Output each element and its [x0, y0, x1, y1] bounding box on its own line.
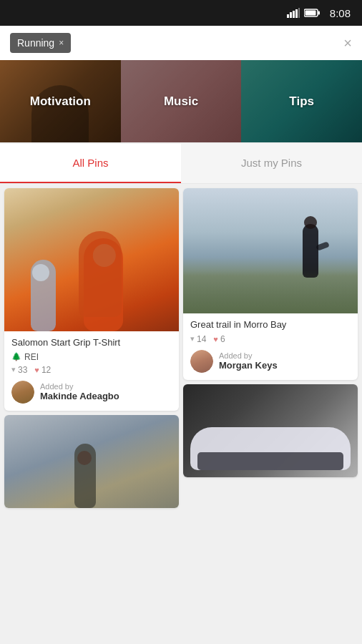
category-motivation[interactable]: Motivation: [0, 60, 121, 142]
source-name-1: REI: [24, 352, 39, 362]
heart-count-value-1: 12: [41, 365, 51, 375]
author-name-1: Makinde Adeagbo: [40, 391, 119, 401]
tab-all-pins-label: All Pins: [72, 157, 108, 169]
pin-author-1: Added by Makinde Adeagbo: [11, 381, 172, 404]
pin-card-2[interactable]: Great trail in Morro Bay ▾ 14 ♥ 6: [183, 188, 358, 380]
svg-rect-2: [293, 11, 295, 18]
pin-title-2: Great trail in Morro Bay: [190, 319, 351, 331]
svg-rect-4: [298, 8, 300, 18]
pin-image-bike-close: [183, 384, 358, 477]
left-pin-column: Salomon Start Grip T-Shirt 🌲 REI ▾ 33 ♥ …: [4, 188, 179, 508]
pin-image-trail-runner: [183, 188, 358, 313]
heart-icon-1: ♥: [34, 366, 39, 374]
source-tree-icon: 🌲: [11, 352, 21, 361]
category-music[interactable]: Music: [121, 60, 242, 142]
added-by-label-2: Added by: [219, 351, 278, 360]
category-tips-label: Tips: [289, 94, 314, 109]
pin-author-2: Added by Morgan Keys: [190, 350, 351, 373]
battery-icon: [304, 9, 320, 17]
status-bar: 8:08: [0, 0, 362, 26]
signal-icon: [287, 8, 300, 18]
category-motivation-label: Motivation: [30, 94, 91, 109]
category-motivation-overlay: Motivation: [0, 60, 121, 142]
pin-card-4[interactable]: [183, 384, 358, 477]
category-row: Motivation Music Tips: [0, 60, 362, 142]
svg-rect-3: [295, 9, 298, 18]
tag-close-icon[interactable]: ×: [59, 38, 64, 48]
heart-count-value-2: 6: [220, 334, 225, 344]
pin-card-1[interactable]: Salomon Start Grip T-Shirt 🌲 REI ▾ 33 ♥ …: [4, 188, 179, 411]
pin-title-1: Salomon Start Grip T-Shirt: [11, 337, 172, 349]
author-info-1: Added by Makinde Adeagbo: [40, 382, 119, 401]
category-tips[interactable]: Tips: [241, 60, 362, 142]
pins-grid: Salomon Start Grip T-Shirt 🌲 REI ▾ 33 ♥ …: [0, 184, 362, 508]
svg-rect-7: [305, 11, 315, 16]
pin-stats-2: ▾ 14 ♥ 6: [190, 334, 351, 344]
svg-rect-0: [287, 14, 289, 18]
tab-all-pins[interactable]: All Pins: [0, 144, 181, 183]
author-name-2: Morgan Keys: [219, 360, 278, 371]
pin-image-runner-small: [4, 415, 179, 508]
category-music-overlay: Music: [121, 60, 242, 142]
svg-rect-1: [290, 12, 292, 18]
pin-info-2: Great trail in Morro Bay ▾ 14 ♥ 6: [183, 313, 358, 380]
pin-image-runner-red: [4, 188, 179, 331]
search-bar: Running × ×: [0, 26, 362, 60]
pin-stats-1: ▾ 33 ♥ 12: [11, 365, 172, 375]
search-clear-icon[interactable]: ×: [343, 35, 352, 52]
pin-icon-1: ▾: [11, 365, 16, 374]
pin-count-value-1: 33: [18, 365, 27, 375]
heart-icon-2: ♥: [213, 335, 218, 343]
pin-icon-2: ▾: [190, 334, 195, 343]
pin-source-1: 🌲 REI: [11, 352, 172, 362]
svg-rect-6: [318, 11, 320, 15]
author-info-2: Added by Morgan Keys: [219, 351, 278, 371]
heart-count-2: ♥ 6: [213, 334, 225, 344]
pin-count-value-2: 14: [197, 334, 206, 344]
pin-count-2: ▾ 14: [190, 334, 206, 344]
added-by-label-1: Added by: [40, 382, 119, 391]
avatar-makinde: [11, 381, 34, 404]
status-icons: [287, 8, 320, 18]
search-tag[interactable]: Running ×: [10, 33, 71, 53]
avatar-morgan: [190, 350, 213, 373]
tabs-row: All Pins Just my Pins: [0, 144, 362, 184]
right-pin-column: Great trail in Morro Bay ▾ 14 ♥ 6: [183, 188, 358, 508]
time-display: 8:08: [330, 7, 351, 19]
category-tips-overlay: Tips: [241, 60, 362, 142]
tab-just-my-pins-label: Just my Pins: [241, 157, 302, 169]
pin-card-3[interactable]: [4, 415, 179, 508]
tab-just-my-pins[interactable]: Just my Pins: [181, 144, 362, 183]
pin-count-1: ▾ 33: [11, 365, 27, 375]
pin-info-1: Salomon Start Grip T-Shirt 🌲 REI ▾ 33 ♥ …: [4, 331, 179, 411]
category-music-label: Music: [164, 94, 198, 109]
heart-count-1: ♥ 12: [34, 365, 51, 375]
search-tag-label: Running: [17, 37, 54, 49]
